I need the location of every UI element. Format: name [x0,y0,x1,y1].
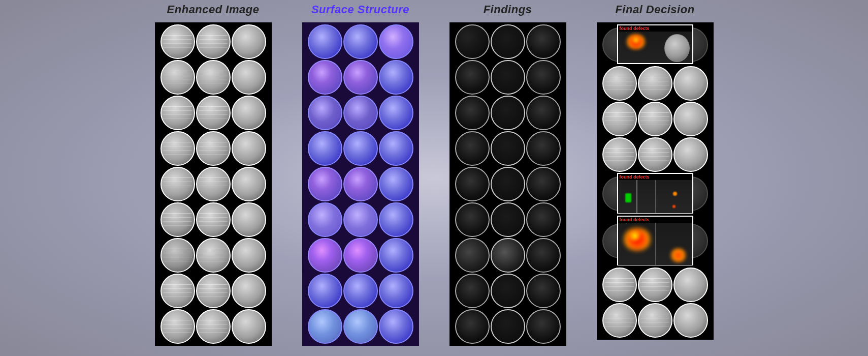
lens-item [602,66,637,101]
findings-panel: Findings [449,0,566,346]
table-row [451,24,565,59]
table-row [598,268,713,302]
lens-item [196,274,231,308]
table-row [303,131,418,166]
lens-item [526,131,561,166]
final-strip: found defects [597,22,714,340]
lens-item [308,96,342,130]
lens-item [232,274,266,308]
lens-item [673,102,708,136]
lens-item [526,167,561,201]
lens-item [491,60,525,95]
table-row [451,96,565,130]
lens-item [379,274,413,308]
table-row [451,167,565,201]
table-row [156,24,271,59]
lens-item [343,202,378,237]
lens-item [491,238,525,273]
table-row: found defects [598,216,713,266]
lens-item [160,274,195,308]
defect-label-2: found defects [618,174,692,180]
lens-item [638,137,672,172]
lens-item [196,202,231,237]
lens-item [455,131,490,166]
table-row [451,131,565,166]
main-container: Enhanced Image [0,0,868,356]
lens-item [526,238,561,273]
findings-strip [449,22,566,346]
lens-item [638,268,672,302]
table-row [598,137,713,172]
lens-item [308,274,342,308]
lens-item [673,137,708,172]
table-row [303,238,418,273]
table-row [156,309,271,344]
lens-item [526,274,561,308]
surface-strip [302,22,419,346]
lens-item [455,274,490,308]
lens-item [196,24,231,59]
table-row [156,96,271,130]
lens-item [160,167,195,201]
enhanced-panel: Enhanced Image [155,0,272,346]
table-row [451,238,565,273]
lens-item [308,167,342,201]
lens-item [196,96,231,130]
lens-item [602,303,637,338]
lens-item [232,24,266,59]
lens-item [160,309,195,344]
lens-item [343,60,378,95]
lens-item [160,131,195,166]
table-row [156,238,271,273]
lens-item [379,60,413,95]
lens-item [232,96,266,130]
lens-item [232,131,266,166]
table-row [303,60,418,95]
lens-item [343,96,378,130]
lens-item [455,238,490,273]
lens-item [232,60,266,95]
lens-item [160,96,195,130]
table-row [156,202,271,237]
lens-item [160,238,195,273]
lens-item [379,238,413,273]
lens-item [232,309,266,344]
lens-item [491,167,525,201]
table-row [598,102,713,136]
defect-label-3: found defects [618,217,692,223]
lens-item [602,137,637,172]
table-row [451,309,565,344]
lens-item [491,274,525,308]
table-row [303,309,418,344]
lens-item [196,60,231,95]
lens-item [491,202,525,237]
lens-item [196,238,231,273]
lens-item [491,131,525,166]
lens-item [638,303,672,338]
findings-title: Findings [484,0,532,19]
lens-item [673,303,708,338]
lens-item [602,102,637,136]
lens-item [673,268,708,302]
table-row [303,274,418,308]
lens-item [343,274,378,308]
lens-item [455,24,490,59]
enhanced-strip [155,22,272,346]
lens-item [379,131,413,166]
lens-item [308,60,342,95]
lens-item [526,96,561,130]
lens-item [455,60,490,95]
table-row [598,303,713,338]
lens-item [160,202,195,237]
surface-panel: Surface Structure [302,0,419,346]
table-row [451,274,565,308]
lens-item [491,96,525,130]
lens-item [343,309,378,344]
lens-item [455,96,490,130]
lens-item [602,268,637,302]
lens-item [379,96,413,130]
table-row: found defects [598,24,713,65]
table-row [303,167,418,201]
lens-item [638,66,672,101]
defect-label-1: found defects [618,25,692,32]
